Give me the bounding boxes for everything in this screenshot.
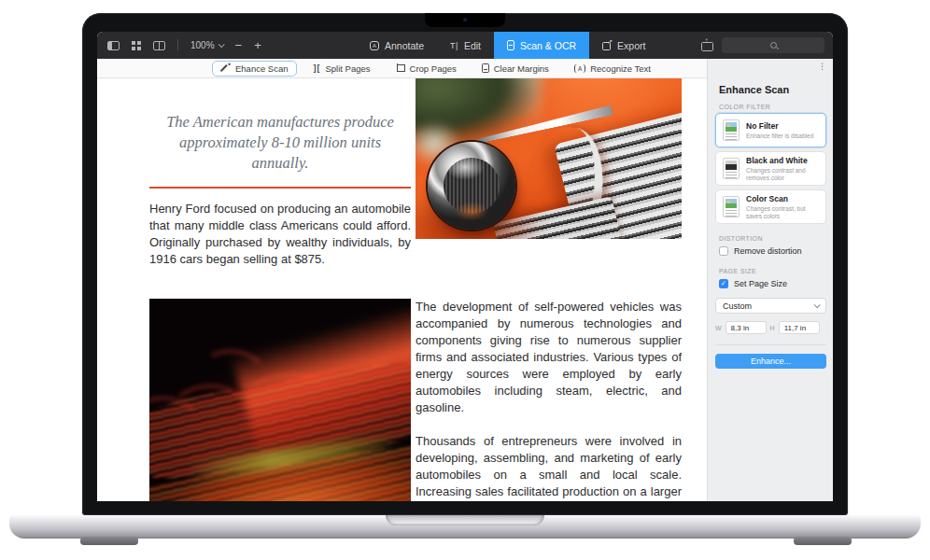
crop-pages-button[interactable]: Crop Pages <box>388 61 465 77</box>
paragraph-2: The development of self-powered vehicles… <box>416 299 682 416</box>
zoom-level-value: 100% <box>190 40 215 50</box>
magic-wand-icon: ✦ <box>220 63 231 74</box>
app-window: 100% − + A Annotate T| Edit <box>97 32 833 501</box>
page-size-preset-dropdown[interactable]: Custom <box>715 298 826 314</box>
scan-toolbar: ✦ Ehance Scan ][ Split Pages Crop Pages … <box>97 59 707 78</box>
laptop-foot <box>80 537 138 545</box>
tab-edit[interactable]: T| Edit <box>437 32 494 59</box>
page-size-section-label: PAGE SIZE <box>719 268 756 274</box>
checkbox-checked-icon: ✓ <box>719 279 728 288</box>
page-view-icon[interactable] <box>153 41 165 50</box>
recognize-text-label: Recognize Text <box>590 63 651 74</box>
scan-toolbar-buttons: ✦ Ehance Scan ][ Split Pages Crop Pages … <box>212 61 659 77</box>
zoom-in-button[interactable]: + <box>254 32 261 59</box>
main-toolbar: 100% − + A Annotate T| Edit <box>97 32 833 59</box>
document-page: The American manufactures produce approx… <box>97 78 707 501</box>
filter-name: Black and White <box>746 156 819 165</box>
page: 100% − + A Annotate T| Edit <box>0 0 930 560</box>
camera-icon <box>463 18 467 21</box>
recognize-text-button[interactable]: A Recognize Text <box>566 61 659 77</box>
chevron-down-icon <box>218 41 224 48</box>
annotate-icon: A <box>370 41 379 50</box>
share-icon[interactable]: ↑ <box>701 39 712 51</box>
chevron-down-icon <box>814 301 821 308</box>
black-white-thumbnail-icon <box>723 158 740 179</box>
split-pages-button[interactable]: ][ Split Pages <box>305 61 379 77</box>
search-input[interactable] <box>722 37 824 53</box>
height-label: H <box>770 325 775 331</box>
tab-edit-label: Edit <box>464 40 481 51</box>
distortion-section-label: DISTORTION <box>719 235 763 242</box>
light-trails-photo <box>149 299 411 501</box>
panel-divider <box>715 344 826 345</box>
laptop-bezel: 100% − + A Annotate T| Edit <box>82 13 848 515</box>
laptop-foot <box>794 537 852 545</box>
page-size-inputs: W H <box>715 321 826 334</box>
width-field[interactable] <box>726 321 767 334</box>
toolbar-divider <box>177 39 178 51</box>
filter-desc: Enhance filter is disabled <box>746 133 813 140</box>
enhance-button[interactable]: Enhance... <box>715 354 826 369</box>
no-filter-thumbnail-icon <box>723 119 740 141</box>
width-label: W <box>715 325 722 331</box>
color-filter-section-label: COLOR FILTER <box>719 104 770 110</box>
toolbar-left-group: 100% − + <box>107 32 261 59</box>
export-icon: ↗ <box>602 41 612 50</box>
scan-icon <box>507 40 514 50</box>
laptop-lid-scoop <box>386 515 544 525</box>
split-pages-label: Split Pages <box>326 63 371 74</box>
clear-margins-button[interactable]: Clear Margins <box>473 61 557 77</box>
mode-tabs: A Annotate T| Edit Scan & OCR ↗ Export <box>357 32 658 59</box>
sidebar-toggle-icon[interactable] <box>107 41 120 50</box>
enhance-scan-panel: ⋮ Enhance Scan COLOR FILTER No Filter En… <box>707 59 833 501</box>
panel-title: Enhance Scan <box>719 84 789 95</box>
filter-option-black-and-white[interactable]: Black and White Changes contrast and rem… <box>715 151 826 186</box>
filter-desc: Changes contrast and removes color <box>746 167 819 181</box>
filter-name: Color Scan <box>746 194 819 203</box>
filter-option-no-filter[interactable]: No Filter Enhance filter is disabled <box>715 113 826 147</box>
laptop-base <box>9 515 921 539</box>
paragraph-1: Henry Ford focused on producing an autom… <box>149 201 411 268</box>
zoom-level-dropdown[interactable]: 100% <box>190 40 223 50</box>
tab-export[interactable]: ↗ Export <box>589 32 658 59</box>
filter-desc: Changes contrast, but saves colors <box>746 205 819 219</box>
preset-value: Custom <box>723 301 752 311</box>
split-pages-icon: ][ <box>314 63 321 73</box>
color-scan-thumbnail-icon <box>723 196 740 217</box>
car-photo <box>416 78 682 239</box>
enhance-scan-label: Ehance Scan <box>235 63 289 74</box>
panel-more-icon[interactable]: ⋮ <box>818 62 826 71</box>
clear-margins-label: Clear Margins <box>494 63 549 74</box>
tab-annotate-label: Annotate <box>385 40 424 51</box>
toolbar-right-group: ↑ <box>701 32 824 59</box>
remove-distortion-label: Remove distortion <box>734 246 802 256</box>
set-page-size-label: Set Page Size <box>734 279 787 288</box>
recognize-text-icon: A <box>574 64 585 73</box>
height-field[interactable] <box>779 321 820 334</box>
quote-divider <box>149 187 411 189</box>
laptop-notch <box>425 13 505 27</box>
crop-icon <box>396 63 405 73</box>
thumbnails-grid-icon[interactable] <box>132 41 141 50</box>
filter-option-color-scan[interactable]: Color Scan Changes contrast, but saves c… <box>715 189 826 224</box>
filter-name: No Filter <box>746 121 813 131</box>
tab-export-label: Export <box>617 40 645 51</box>
car-headlight <box>428 142 515 230</box>
crop-pages-label: Crop Pages <box>410 63 457 74</box>
edit-icon: T| <box>450 41 458 50</box>
tab-annotate[interactable]: A Annotate <box>357 32 437 59</box>
tab-scan-ocr[interactable]: Scan & OCR <box>494 32 589 59</box>
page-icon <box>482 63 489 73</box>
document-quote: The American manufactures produce approx… <box>149 112 411 174</box>
checkbox-unchecked-icon <box>719 246 728 256</box>
remove-distortion-checkbox[interactable]: Remove distortion <box>719 246 802 256</box>
search-icon <box>770 42 777 49</box>
tab-scan-ocr-label: Scan & OCR <box>520 40 576 51</box>
paragraph-3: Thousands of entrepreneurs were involved… <box>416 433 682 501</box>
set-page-size-checkbox[interactable]: ✓ Set Page Size <box>719 279 787 288</box>
zoom-out-button[interactable]: − <box>235 32 243 59</box>
enhance-scan-button[interactable]: ✦ Ehance Scan <box>212 61 297 77</box>
